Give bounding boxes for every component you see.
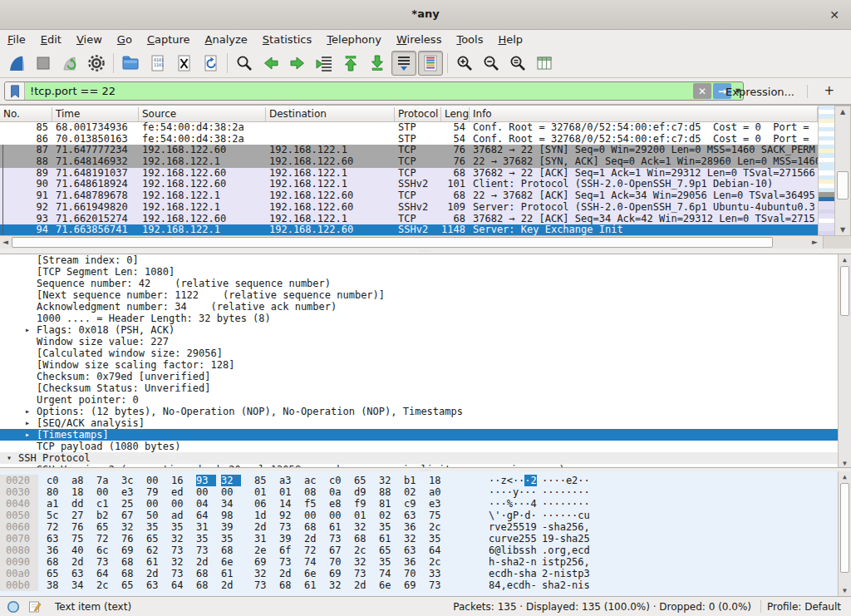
- hex-byte[interactable]: 2c: [429, 556, 449, 568]
- packet-row-89[interactable]: 8971.648191037192.168.122.60192.168.122.…: [0, 168, 818, 180]
- hex-byte[interactable]: 63: [404, 510, 424, 521]
- packet-row-85[interactable]: 8568.001734936fe:54:00:d4:38:2aSTP54Conf…: [0, 122, 818, 134]
- hex-byte[interactable]: 73: [429, 579, 449, 591]
- detail-line[interactable]: Checksum: 0x79ed [unverified]: [0, 371, 838, 382]
- hex-byte[interactable]: 64: [196, 510, 216, 521]
- packet-row-86[interactable]: 8670.013850163fe:54:00:d4:38:2aSTP54Conf…: [0, 134, 818, 145]
- hex-byte[interactable]: 69: [121, 545, 141, 556]
- stop-capture-button[interactable]: [31, 51, 56, 76]
- detail-line[interactable]: ▾SSH Protocol: [0, 452, 838, 464]
- hex-byte[interactable]: 0a: [329, 486, 349, 498]
- hex-byte[interactable]: 75: [71, 533, 91, 545]
- hex-byte[interactable]: c0: [47, 475, 66, 486]
- profile-button[interactable]: Profile: Default: [767, 601, 841, 613]
- expander-icon[interactable]: ▸: [25, 324, 30, 336]
- hex-byte[interactable]: 35: [171, 521, 191, 533]
- hex-byte[interactable]: 68: [196, 568, 216, 579]
- find-packet-button[interactable]: [232, 51, 257, 76]
- column-header-time[interactable]: Time: [52, 107, 139, 121]
- hex-byte[interactable]: f9: [354, 498, 374, 510]
- hex-byte[interactable]: 00: [304, 510, 324, 521]
- hex-byte[interactable]: 3c: [121, 475, 141, 486]
- hex-byte[interactable]: 65: [47, 568, 66, 579]
- packet-row-88[interactable]: 8871.648146932192.168.122.1192.168.122.6…: [0, 156, 818, 168]
- bookmark-icon[interactable]: [5, 81, 25, 101]
- hex-byte[interactable]: 18: [429, 475, 449, 486]
- last-packet-button[interactable]: [365, 51, 390, 76]
- hex-byte[interactable]: 2d: [279, 568, 299, 579]
- hex-byte[interactable]: 68: [196, 579, 216, 591]
- detail-line[interactable]: Acknowledgment number: 34 (relative ack …: [0, 301, 838, 313]
- hex-byte[interactable]: ad: [171, 510, 191, 521]
- bytes-vertical-scrollbar[interactable]: ▲ ▼: [838, 471, 851, 596]
- filter-expression-text[interactable]: !tcp.port == 22: [25, 85, 693, 97]
- hex-byte[interactable]: 73: [279, 556, 299, 568]
- hex-byte[interactable]: 32: [354, 556, 374, 568]
- hex-byte[interactable]: b1: [404, 475, 424, 486]
- detail-line[interactable]: ▸[SEQ/ACK analysis]: [0, 417, 838, 429]
- hex-byte[interactable]: 32: [354, 521, 374, 533]
- expander-icon[interactable]: ▸: [25, 417, 30, 429]
- detail-line[interactable]: [Next sequence number: 1122 (relative se…: [0, 289, 838, 301]
- hex-byte[interactable]: 2c: [429, 521, 449, 533]
- hex-byte[interactable]: 75: [429, 510, 449, 521]
- detail-line[interactable]: ▸[Timestamps]: [0, 429, 838, 441]
- first-packet-button[interactable]: [338, 51, 363, 76]
- hex-byte[interactable]: 32: [254, 568, 274, 579]
- details-vertical-scrollbar[interactable]: ▲ ▼: [838, 254, 851, 468]
- hex-byte[interactable]: 32: [404, 533, 424, 545]
- hex-byte[interactable]: a1: [47, 498, 66, 510]
- close-icon[interactable]: ✕: [826, 7, 843, 23]
- hex-byte[interactable]: 69: [329, 568, 349, 579]
- menu-item-go[interactable]: Go: [110, 32, 140, 47]
- hex-byte[interactable]: 76: [121, 533, 141, 545]
- menu-item-analyze[interactable]: Analyze: [198, 32, 255, 47]
- detail-line[interactable]: [Window size scaling factor: 128]: [0, 359, 838, 371]
- zoom-out-button[interactable]: [479, 51, 504, 76]
- hex-byte[interactable]: 32: [171, 556, 191, 568]
- hex-byte[interactable]: 32: [329, 579, 349, 591]
- menu-item-view[interactable]: View: [69, 32, 110, 47]
- hex-byte[interactable]: 61: [379, 533, 399, 545]
- hex-byte[interactable]: f5: [304, 498, 324, 510]
- hex-byte[interactable]: 00: [221, 486, 241, 498]
- menu-item-file[interactable]: File: [0, 32, 33, 47]
- hex-byte[interactable]: 69: [404, 579, 424, 591]
- hex-byte[interactable]: 63: [71, 568, 91, 579]
- column-header-src[interactable]: Source: [139, 107, 266, 121]
- scroll-down-icon[interactable]: ▼: [839, 587, 851, 594]
- hex-byte[interactable]: 5c: [47, 510, 66, 521]
- hex-byte[interactable]: 65: [146, 533, 166, 545]
- scrollbar-thumb[interactable]: [837, 171, 849, 200]
- hex-byte[interactable]: 98: [221, 510, 241, 521]
- hex-byte[interactable]: 36: [404, 521, 424, 533]
- auto-scroll-button[interactable]: [391, 51, 416, 76]
- hex-byte[interactable]: 70: [329, 556, 349, 568]
- hex-byte[interactable]: 61: [304, 579, 324, 591]
- menu-item-wireless[interactable]: Wireless: [389, 32, 449, 47]
- intelligent-scrollbar-minimap[interactable]: [818, 106, 834, 236]
- hex-byte[interactable]: 06: [254, 498, 274, 510]
- hex-byte[interactable]: 00: [196, 486, 216, 498]
- hex-byte[interactable]: 68: [354, 533, 374, 545]
- hex-row[interactable]: 00b038342c656364682d736861322d6e697384,e…: [0, 579, 838, 591]
- hex-byte[interactable]: 73: [171, 545, 191, 556]
- hex-byte[interactable]: 70: [404, 568, 424, 579]
- hex-byte[interactable]: 32: [221, 475, 241, 486]
- hex-byte[interactable]: 80: [47, 486, 66, 498]
- hex-byte[interactable]: 00: [146, 475, 166, 486]
- hex-byte[interactable]: 36: [404, 556, 424, 568]
- hex-row[interactable]: 00a0656364682d736861322d6e6973747033ecdh…: [0, 568, 838, 579]
- hex-byte[interactable]: a0: [429, 486, 449, 498]
- detail-line[interactable]: ▸Options: (12 bytes), No-Operation (NOP)…: [0, 406, 838, 417]
- menu-item-help[interactable]: Help: [490, 32, 530, 47]
- hex-byte[interactable]: 6c: [96, 545, 116, 556]
- reload-file-button[interactable]: [198, 51, 223, 76]
- hex-byte[interactable]: 2d: [146, 568, 166, 579]
- expander-icon[interactable]: ▾: [7, 452, 12, 464]
- hex-byte[interactable]: 2c: [96, 579, 116, 591]
- scroll-up-icon[interactable]: ▲: [839, 256, 851, 264]
- expert-info-icon[interactable]: [7, 600, 22, 614]
- hex-byte[interactable]: 68: [121, 556, 141, 568]
- capture-options-button[interactable]: [84, 51, 109, 76]
